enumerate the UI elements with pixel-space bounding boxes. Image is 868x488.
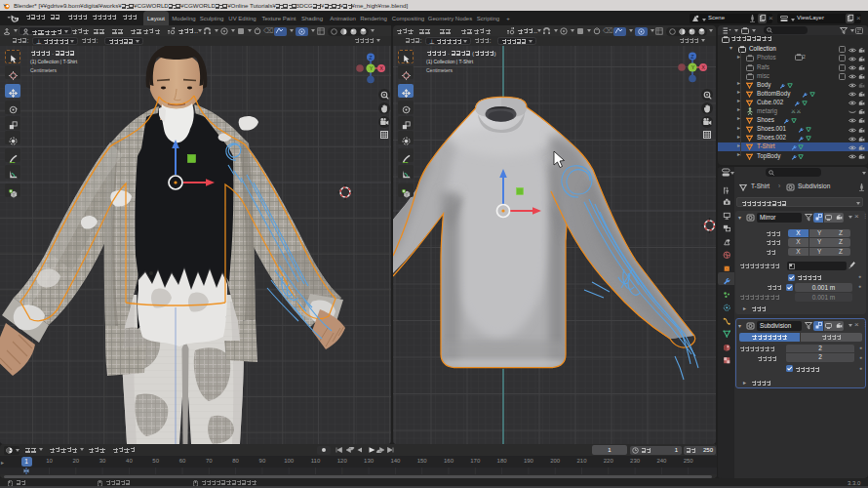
svg-text:X: X <box>701 64 705 70</box>
svg-text:Y: Y <box>370 65 374 71</box>
svg-text:Y: Y <box>691 64 695 70</box>
svg-text:X: X <box>379 65 383 71</box>
